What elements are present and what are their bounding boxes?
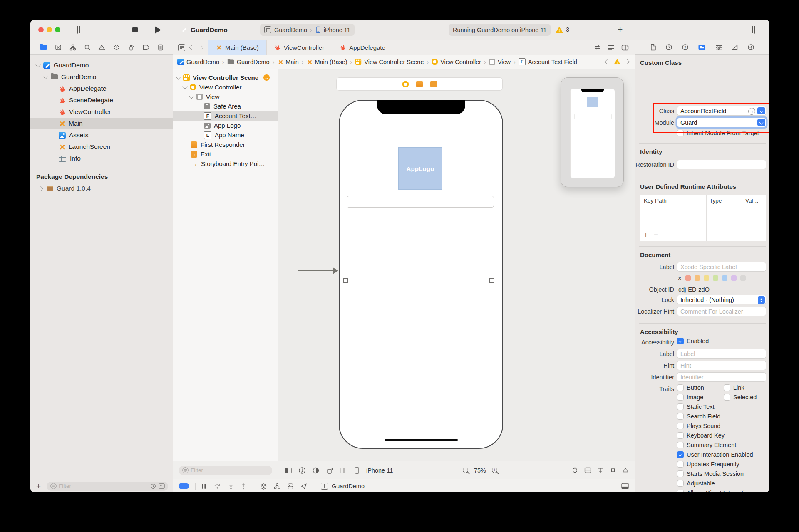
trait-adjustable[interactable]: Adjustable [677,480,715,487]
outline-appname-row[interactable]: L App Name [173,130,278,140]
view-hierarchy-icon[interactable] [260,483,267,490]
breakpoint-navigator-icon[interactable] [142,45,150,50]
class-dropdown-icon[interactable] [757,107,765,114]
add-constraints-icon[interactable] [610,467,616,473]
source-control-navigator-icon[interactable] [55,44,62,51]
go-forward-icon[interactable] [198,45,203,50]
zoom-window-button[interactable] [55,27,60,32]
disclosure-icon[interactable] [176,74,181,80]
previous-issue-icon[interactable] [605,59,610,64]
navigator-toggle-icon[interactable] [77,26,78,34]
trait-checkbox[interactable] [677,470,684,477]
warning-count[interactable]: 3 [566,26,569,33]
trait-checkbox[interactable] [677,461,684,468]
trait-checkbox[interactable] [677,394,684,401]
trait-checkbox[interactable] [677,490,684,492]
module-input[interactable] [677,118,766,127]
add-attribute-button[interactable]: + [644,231,648,239]
trait-checkbox[interactable] [724,394,730,401]
nav-item-viewcontroller[interactable]: ViewController [30,106,173,118]
add-editor-icon[interactable] [621,45,629,51]
trait-summary-element[interactable]: Summary Element [677,442,736,448]
jumpbar-warning-icon[interactable]: ! [614,59,620,65]
selection-handle-left[interactable] [343,278,348,283]
go-back-icon[interactable] [189,45,195,50]
jumpbar-crumb[interactable]: Main (Base) [315,59,347,65]
process-name-label[interactable]: GuardDemo [332,483,365,490]
nav-item-project-root[interactable]: GuardDemo [30,59,173,71]
remove-attribute-button[interactable]: − [654,231,658,239]
inherit-module-row[interactable]: Inherit Module From Target [677,130,759,136]
pause-icon[interactable] [201,483,206,489]
outline-toggle-icon[interactable] [285,468,292,473]
run-button[interactable] [155,26,161,34]
attributes-inspector-icon[interactable] [715,44,722,51]
scheme-selector[interactable]: GuardDemo › iPhone 11 [260,24,355,36]
storyboard-canvas[interactable]: → AppLogo [278,69,635,461]
show-all-tabs-icon[interactable] [178,44,185,51]
jumpbar-crumb[interactable]: GuardDemo [186,59,219,65]
appearance-toggle-icon[interactable] [313,467,319,474]
trait-checkbox[interactable] [677,423,684,429]
trait-search-field[interactable]: Search Field [677,413,720,420]
debug-navigator-icon[interactable] [128,44,134,51]
color-swatch-yellow[interactable] [704,275,709,281]
jumpbar-crumb[interactable]: View [498,59,511,65]
trait-static-text[interactable]: Static Text [677,403,715,410]
add-file-button[interactable]: + [36,482,41,491]
outline-textfield-row-selected[interactable]: F Account Text… [173,111,278,121]
dock-viewcontroller-icon[interactable] [402,81,409,87]
memory-graph-icon[interactable] [274,483,280,490]
debug-area-toggle-icon[interactable] [621,483,629,489]
trait-link[interactable]: Link [724,384,744,391]
update-frames-icon[interactable] [571,467,578,474]
outline-viewcontroller-row[interactable]: View Controller [173,82,278,92]
simulator-window[interactable] [561,77,624,187]
tab-appdelegate[interactable]: AppDelegate [332,40,393,55]
color-swatch-green[interactable] [713,275,718,281]
nav-item-main-storyboard-selected[interactable]: Main [30,118,173,129]
connections-inspector-icon[interactable] [747,44,754,51]
lock-stepper-icon[interactable]: ▲▼ [758,296,765,304]
step-into-icon[interactable] [228,483,234,490]
account-textfield[interactable] [347,196,494,208]
selection-handle-right[interactable] [489,278,494,283]
zoom-in-icon[interactable]: + [492,468,497,473]
nav-item-scenedelegate[interactable]: SceneDelegate [30,94,173,106]
dock-exit-icon[interactable]: → [430,81,437,87]
trait-updates-frequently[interactable]: Updates Frequently [677,461,739,468]
trait-checkbox[interactable] [677,432,684,439]
trait-checkbox[interactable] [677,451,684,458]
minimize-window-button[interactable] [47,27,52,32]
a11y-label-input[interactable] [677,349,766,359]
resolve-autolayout-icon[interactable] [622,467,629,474]
report-navigator-icon[interactable] [158,44,164,51]
jumpbar-crumb[interactable]: Main [285,59,298,65]
trait-selected[interactable]: Selected [724,394,757,401]
nav-item-guard-package[interactable]: Guard 1.0.4 [30,183,173,194]
outline-applogo-row[interactable]: App Logo [173,121,278,130]
jumpbar-crumb[interactable]: Account Text Field [528,59,577,65]
color-swatch-purple[interactable] [731,275,737,281]
stop-button[interactable] [132,27,138,32]
a11y-hint-input[interactable] [677,361,766,370]
outline-safearea-row[interactable]: Safe Area [173,101,278,111]
size-inspector-icon[interactable] [732,44,738,51]
jumpbar-crumb[interactable]: View Controller [440,59,481,65]
history-inspector-icon[interactable] [665,44,672,51]
accessibility-preview-icon[interactable] [299,467,305,474]
trait-starts-media-session[interactable]: Starts Media Session [677,470,744,477]
warning-icon[interactable]: ! [556,27,563,33]
nav-item-launchscreen[interactable]: LaunchScreen [30,141,173,153]
trait-checkbox[interactable] [677,480,684,487]
runtime-attributes-table[interactable]: Key Path Type Val… + − [640,195,766,241]
zoom-level-label[interactable]: 75% [474,467,486,474]
color-swatch-orange[interactable] [695,275,700,281]
zoom-out-icon[interactable]: − [463,468,468,473]
orientation-icon[interactable] [326,467,333,474]
accessibility-enabled-checkbox[interactable] [677,338,684,344]
accessibility-enabled-row[interactable]: Enabled [677,338,709,344]
trait-keyboard-key[interactable]: Keyboard Key [677,432,725,439]
step-out-icon[interactable] [241,483,246,490]
disclosure-icon[interactable] [35,62,41,67]
